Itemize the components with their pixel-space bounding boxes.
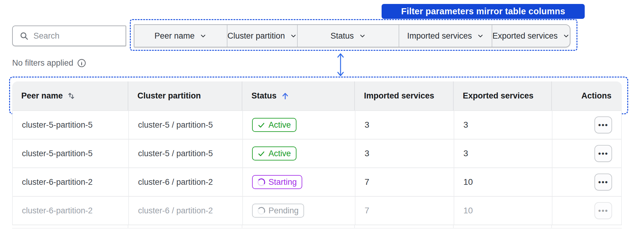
annotation-arrow-icon <box>334 52 347 78</box>
filter-dropdown[interactable]: Peer name <box>134 25 227 47</box>
peer-name-cell: cluster-5-partition-5 <box>13 140 128 167</box>
filter-dropdown-label: Status <box>331 31 354 41</box>
column-header-imported-services: Imported services <box>354 81 453 110</box>
table-row: cluster-5-partition-5 cluster-5 / partit… <box>13 110 621 139</box>
chevron-down-icon <box>359 32 366 40</box>
column-label: Peer name <box>21 91 63 101</box>
status-badge: Active <box>252 118 296 132</box>
status-cell: Active <box>242 111 355 139</box>
row-actions-menu-button[interactable]: ••• <box>594 174 612 191</box>
table-row: cluster-6-partition-2 cluster-6 / partit… <box>13 196 621 225</box>
table-header-row: Peer name Cluster partition Status <box>12 81 622 110</box>
status-badge: Active <box>252 146 296 160</box>
filter-dropdown-label: Imported services <box>407 31 472 41</box>
filter-summary: No filters applied <box>12 58 86 68</box>
chevron-down-icon <box>563 32 570 40</box>
exported-services-cell: 3 <box>454 140 552 167</box>
peer-name-cell: cluster-6-partition-2 <box>13 197 128 225</box>
status-badge-label: Active <box>268 120 291 130</box>
search-input[interactable] <box>33 31 109 41</box>
actions-cell: ••• <box>552 197 622 225</box>
row-actions-menu-button[interactable]: ••• <box>594 202 612 219</box>
actions-cell: ••• <box>552 111 622 139</box>
spinner-icon <box>257 177 266 187</box>
filter-dropdown[interactable]: Status <box>297 25 399 47</box>
status-badge: Starting <box>252 175 302 189</box>
chevron-down-icon <box>477 32 484 40</box>
check-icon <box>258 150 265 157</box>
table-row: cluster-5-partition-5 cluster-5 / partit… <box>13 139 621 167</box>
column-label: Cluster partition <box>137 91 201 101</box>
search-icon <box>19 31 29 40</box>
filter-dropdown-label: Peer name <box>154 31 195 41</box>
filter-dropdown[interactable]: Cluster partition <box>227 25 297 47</box>
peer-name-cell: cluster-5-partition-5 <box>13 111 128 139</box>
clipped-next-row <box>12 225 622 229</box>
filter-dropdown-group: Peer name Cluster partition Status <box>134 24 570 47</box>
column-header-cluster-partition: Cluster partition <box>128 81 242 110</box>
column-label: Actions <box>581 91 611 101</box>
cluster-partition-cell: cluster-5 / partition-5 <box>128 140 242 167</box>
exported-services-cell: 10 <box>454 168 552 196</box>
actions-cell: ••• <box>552 168 622 196</box>
filter-dropdown[interactable]: Exported services <box>492 25 570 47</box>
column-label: Imported services <box>364 91 434 101</box>
status-badge-label: Active <box>268 149 291 158</box>
column-header-exported-services: Exported services <box>453 81 551 110</box>
status-cell: Pending <box>242 197 355 225</box>
filter-summary-text: No filters applied <box>12 58 73 68</box>
chevron-down-icon <box>199 32 207 40</box>
filter-dropdown-label: Exported services <box>492 31 558 41</box>
check-icon <box>258 121 265 129</box>
sort-ascending-icon <box>281 92 289 100</box>
imported-services-cell: 7 <box>355 197 454 225</box>
peer-name-cell: cluster-6-partition-2 <box>13 168 128 196</box>
column-header-actions: Actions <box>551 81 622 110</box>
column-label: Status <box>251 91 277 101</box>
status-cell: Active <box>242 140 355 167</box>
row-actions-menu-button[interactable]: ••• <box>594 145 612 162</box>
status-badge-label: Pending <box>268 206 299 215</box>
status-cell: Starting <box>242 168 355 196</box>
column-label: Exported services <box>463 91 534 101</box>
spinner-icon <box>257 206 266 215</box>
peers-table: Peer name Cluster partition Status <box>12 81 622 229</box>
peers-page: Filter parameters mirror table columns P… <box>0 0 644 248</box>
imported-services-cell: 3 <box>355 111 454 139</box>
search-box <box>12 26 126 46</box>
sort-both-icon <box>67 92 75 100</box>
status-badge-label: Starting <box>268 177 297 187</box>
column-header-peer-name[interactable]: Peer name <box>12 81 128 110</box>
row-actions-menu-button[interactable]: ••• <box>594 116 612 133</box>
cluster-partition-cell: cluster-6 / partition-2 <box>128 168 242 196</box>
imported-services-cell: 7 <box>355 168 454 196</box>
actions-cell: ••• <box>552 140 622 167</box>
imported-services-cell: 3 <box>355 140 454 167</box>
exported-services-cell: 3 <box>454 111 552 139</box>
cluster-partition-cell: cluster-6 / partition-2 <box>128 197 242 225</box>
table-row: cluster-6-partition-2 cluster-6 / partit… <box>13 167 621 196</box>
column-header-status[interactable]: Status <box>242 81 354 110</box>
filter-dropdown-label: Cluster partition <box>227 31 285 41</box>
filter-dropdown[interactable]: Imported services <box>399 25 492 47</box>
table-body: cluster-5-partition-5 cluster-5 / partit… <box>12 110 622 225</box>
info-icon[interactable] <box>77 59 86 67</box>
cluster-partition-cell: cluster-5 / partition-5 <box>128 111 242 139</box>
exported-services-cell: 10 <box>454 197 552 225</box>
chevron-down-icon <box>290 32 297 40</box>
annotation-callout: Filter parameters mirror table columns <box>382 4 585 19</box>
status-badge: Pending <box>252 204 304 218</box>
